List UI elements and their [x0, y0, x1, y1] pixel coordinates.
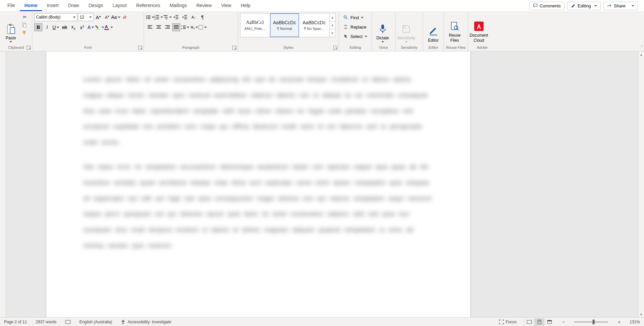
copy-button[interactable]	[21, 21, 28, 29]
read-mode-button[interactable]	[524, 318, 534, 326]
svg-rect-32	[156, 25, 161, 26]
word-count-status[interactable]: 2937 words	[34, 320, 58, 324]
tab-review[interactable]: Review	[192, 1, 217, 11]
gallery-more[interactable]: ▾	[330, 29, 335, 37]
increase-font-button[interactable]: A▴	[94, 13, 102, 21]
accessibility-status[interactable]: Accessibility: Investigate	[119, 320, 173, 324]
zoom-in-button[interactable]: +	[616, 319, 622, 325]
zoom-thumb[interactable]	[593, 320, 595, 324]
superscript-button[interactable]: x2	[78, 23, 86, 31]
tab-design[interactable]: Design	[84, 1, 108, 11]
tab-layout[interactable]: Layout	[108, 1, 131, 11]
document-body-text: Lorem ipsum dolor sit amet consectetur a…	[46, 51, 470, 283]
sort-button[interactable]: A↓	[190, 13, 198, 21]
web-layout-button[interactable]	[544, 318, 554, 326]
select-button[interactable]: Select	[341, 32, 369, 41]
svg-rect-26	[184, 15, 187, 16]
style-preview: AaBbCcDc	[303, 20, 326, 25]
tab-file[interactable]: File	[3, 1, 20, 11]
scroll-track[interactable]	[638, 58, 644, 311]
editor-pen-icon	[428, 26, 439, 37]
shading-button[interactable]	[190, 23, 198, 31]
numbering-button[interactable]: 123	[155, 13, 163, 21]
subscript-button[interactable]: x2	[69, 23, 77, 31]
tab-insert[interactable]: Insert	[42, 1, 63, 11]
tab-references[interactable]: References	[131, 1, 165, 11]
style-normal[interactable]: AaBbCcDc ¶ Normal	[270, 13, 299, 37]
strikethrough-button[interactable]: ab	[61, 23, 69, 31]
decrease-indent-button[interactable]	[172, 13, 180, 21]
scroll-down-button[interactable]: ▾	[638, 311, 644, 317]
clipboard-launcher[interactable]	[27, 46, 31, 50]
italic-button[interactable]: I	[43, 23, 51, 31]
chevron-down-icon	[160, 16, 163, 18]
paste-button[interactable]: Paste	[2, 13, 20, 43]
show-marks-button[interactable]: ¶	[198, 13, 206, 21]
multilevel-button[interactable]	[163, 13, 172, 21]
format-painter-button[interactable]	[21, 29, 28, 37]
multilevel-icon	[163, 14, 168, 20]
highlight-button[interactable]	[96, 23, 104, 31]
justify-button[interactable]	[172, 23, 180, 31]
tab-view[interactable]: View	[217, 1, 236, 11]
bold-button[interactable]: B	[34, 23, 42, 31]
tab-home[interactable]: Home	[20, 1, 42, 11]
clear-formatting-button[interactable]: A̷	[120, 13, 128, 21]
text-effects-button[interactable]: A	[87, 23, 95, 31]
svg-rect-2	[10, 28, 15, 34]
gallery-down[interactable]: ▾	[330, 21, 335, 29]
font-size-combo[interactable]: 12	[78, 13, 93, 21]
svg-rect-27	[184, 17, 187, 17]
comments-button[interactable]: Comments	[529, 2, 565, 10]
paragraph-launcher[interactable]	[232, 46, 236, 50]
decrease-font-button[interactable]: A▾	[103, 13, 111, 21]
replace-button[interactable]: Replace	[341, 23, 369, 31]
borders-button[interactable]	[198, 23, 206, 31]
spell-check-status[interactable]	[64, 320, 72, 324]
svg-rect-56	[547, 320, 552, 321]
editing-mode-button[interactable]: Editing	[567, 2, 601, 10]
align-center-button[interactable]	[155, 23, 163, 31]
increase-indent-button[interactable]	[181, 13, 189, 21]
collapse-ribbon-button[interactable]: ˄	[641, 45, 643, 50]
cut-button[interactable]: ✂	[21, 13, 28, 21]
font-name-combo[interactable]: Calibri (Body)	[34, 13, 77, 21]
document-cloud-button[interactable]: Document Cloud	[470, 13, 488, 43]
tab-draw[interactable]: Draw	[63, 1, 84, 11]
style-no-spacing[interactable]: AaBbCcDc ¶ No Spac...	[300, 13, 329, 37]
change-case-button[interactable]: Aa	[112, 13, 120, 21]
style-anu-policy[interactable]: AaBbCcI ANU_Polic...	[240, 13, 269, 37]
sensitivity-button[interactable]: Sensitivity	[397, 13, 415, 43]
font-launcher[interactable]	[138, 46, 142, 50]
scroll-up-button[interactable]: ▴	[638, 51, 644, 58]
zoom-level[interactable]: 131%	[628, 320, 641, 324]
bullets-button[interactable]	[146, 13, 154, 21]
align-right-button[interactable]	[163, 23, 172, 31]
zoom-slider[interactable]	[574, 321, 608, 323]
editor-button[interactable]: Editor	[425, 13, 442, 43]
align-left-button[interactable]	[146, 23, 154, 31]
find-button[interactable]: Find	[341, 13, 366, 22]
styles-launcher[interactable]	[333, 46, 337, 50]
font-color-button[interactable]: A	[104, 23, 112, 31]
page-number-status[interactable]: Page 2 of 11	[3, 320, 28, 324]
print-layout-button[interactable]	[534, 318, 544, 326]
zoom-out-button[interactable]: −	[560, 319, 566, 325]
language-status[interactable]: English (Australia)	[78, 320, 113, 324]
line-spacing-button[interactable]	[181, 23, 189, 31]
svg-rect-5	[96, 29, 100, 30]
tab-help[interactable]: Help	[236, 1, 255, 11]
share-button[interactable]: Share	[603, 2, 638, 10]
focus-mode-button[interactable]: Focus	[498, 320, 518, 324]
reuse-files-button[interactable]: Reuse Files	[446, 13, 463, 43]
document-page[interactable]: Lorem ipsum dolor sit amet consectetur a…	[46, 51, 470, 317]
gallery-up[interactable]: ▴	[330, 13, 335, 21]
pilcrow-icon: ¶	[201, 14, 204, 20]
tab-mailings[interactable]: Mailings	[165, 1, 191, 11]
svg-rect-35	[165, 25, 170, 26]
underline-button[interactable]: U	[52, 23, 60, 31]
vertical-scrollbar[interactable]: ▴ ▾	[638, 51, 644, 317]
web-layout-icon	[547, 320, 552, 324]
svg-point-8	[146, 15, 147, 16]
dictate-button[interactable]: Dictate	[374, 13, 391, 43]
